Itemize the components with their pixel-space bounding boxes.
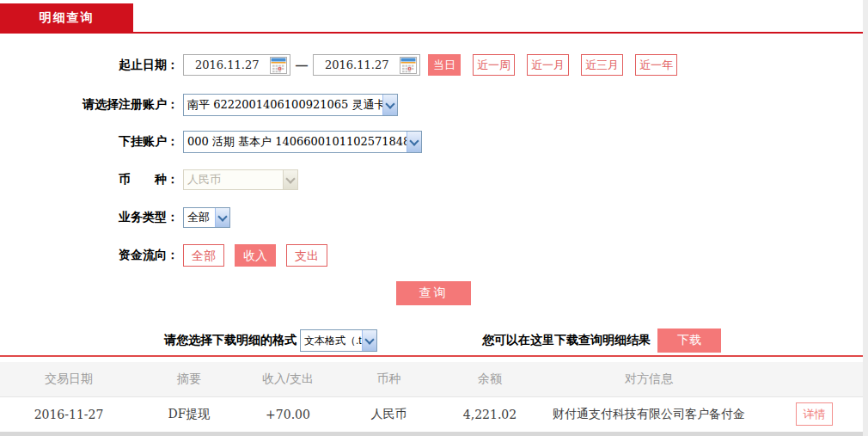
detail-button[interactable]: 详情: [796, 402, 833, 426]
download-hint: 您可以在这里下载查询明细结果: [482, 333, 651, 348]
table-divider: [0, 355, 863, 357]
table-header-row: 交易日期 摘要 收入/支出 币种 余额 对方信息: [0, 362, 868, 396]
header-balance: 余额: [443, 362, 537, 396]
flow-expense-button[interactable]: 支出: [286, 244, 327, 267]
business-type-value: 全部: [184, 208, 215, 227]
cell-trade-date: 2016-11-27: [0, 396, 138, 432]
currency-row: 币 种： 人民币: [0, 169, 298, 190]
header-income-expense: 收入/支出: [241, 362, 335, 396]
sub-account-select[interactable]: 000 活期 基本户 1406600101102571848: [183, 131, 422, 153]
register-account-select[interactable]: 南平 6222001406100921065 灵通卡: [183, 94, 398, 116]
detail-query-page: 明细查询 起止日期： 2016.11.27 —: [0, 0, 868, 436]
business-type-select[interactable]: 全部: [183, 207, 230, 228]
sub-account-label: 下挂账户：: [0, 134, 179, 150]
chevron-down-icon: [283, 170, 297, 189]
bottom-divider: [0, 432, 868, 436]
cell-summary: DF提现: [138, 396, 241, 432]
start-date-input[interactable]: 2016.11.27: [183, 54, 290, 76]
cell-currency: 人民币: [335, 396, 443, 432]
sub-account-value: 000 活期 基本户 1406600101102571848: [184, 132, 406, 152]
register-account-value: 南平 6222001406100921065 灵通卡: [184, 95, 382, 115]
download-format-label: 请您选择下载明细的格式: [164, 333, 296, 348]
header-action: [761, 362, 868, 396]
calendar-icon[interactable]: [400, 57, 417, 74]
business-type-label: 业务类型：: [0, 210, 179, 225]
flow-all-button[interactable]: 全部: [183, 244, 224, 267]
calendar-icon[interactable]: [270, 57, 287, 74]
quick-range-year-button[interactable]: 近一年: [635, 54, 677, 76]
header-currency: 币种: [335, 362, 443, 396]
query-button[interactable]: 查询: [396, 281, 471, 305]
quick-range-week-button[interactable]: 近一周: [473, 54, 515, 76]
download-row: 请您选择下载明细的格式 文本格式（.txt） 您可以在这里下载查询明细结果 下载: [0, 329, 868, 353]
transactions-table: 交易日期 摘要 收入/支出 币种 余额 对方信息 2016-11-27 DF提现…: [0, 362, 868, 432]
table-row: 2016-11-27 DF提现 +70.00 人民币 4,221.02 财付通支…: [0, 396, 868, 432]
tab-detail-query[interactable]: 明细查询: [0, 3, 133, 34]
header-counterparty: 对方信息: [537, 362, 761, 396]
flow-income-button[interactable]: 收入: [235, 244, 276, 267]
quick-range-month-button[interactable]: 近一月: [527, 54, 569, 76]
right-edge-strip: [863, 0, 868, 436]
date-separator: —: [296, 58, 308, 72]
cell-balance: 4,221.02: [443, 396, 537, 432]
quick-range-today-button[interactable]: 当日: [428, 54, 461, 76]
sub-account-row: 下挂账户： 000 活期 基本户 1406600101102571848: [0, 131, 422, 153]
download-button[interactable]: 下载: [657, 329, 721, 353]
end-date-value: 2016.11.27: [325, 58, 400, 71]
download-format-value: 文本格式（.txt）: [301, 330, 362, 351]
download-format-select[interactable]: 文本格式（.txt）: [300, 329, 377, 352]
chevron-down-icon: [215, 208, 229, 227]
currency-select: 人民币: [183, 169, 298, 190]
cell-amount: +70.00: [241, 396, 335, 432]
fund-flow-label: 资金流向：: [0, 248, 179, 263]
register-account-row: 请选择注册账户： 南平 6222001406100921065 灵通卡: [0, 94, 398, 116]
currency-label: 币 种：: [0, 172, 179, 187]
end-date-input[interactable]: 2016.11.27: [313, 54, 420, 76]
business-type-row: 业务类型： 全部: [0, 207, 230, 228]
register-account-label: 请选择注册账户：: [0, 97, 179, 113]
header-divider: [0, 32, 863, 34]
chevron-down-icon: [382, 95, 397, 115]
fund-flow-row: 资金流向： 全部 收入 支出: [0, 244, 338, 267]
chevron-down-icon: [362, 330, 376, 351]
header-trade-date: 交易日期: [0, 362, 138, 396]
currency-value: 人民币: [184, 170, 283, 189]
date-range-label: 起止日期：: [0, 58, 179, 73]
quick-range-3months-button[interactable]: 近三月: [581, 54, 623, 76]
chevron-down-icon: [406, 132, 421, 152]
cell-action: 详情: [761, 396, 868, 432]
start-date-value: 2016.11.27: [195, 58, 270, 71]
date-range-row: 起止日期： 2016.11.27 — 2016.11.27: [0, 54, 677, 76]
header-summary: 摘要: [138, 362, 241, 396]
cell-counterparty: 财付通支付科技有限公司客户备付金: [537, 396, 761, 432]
